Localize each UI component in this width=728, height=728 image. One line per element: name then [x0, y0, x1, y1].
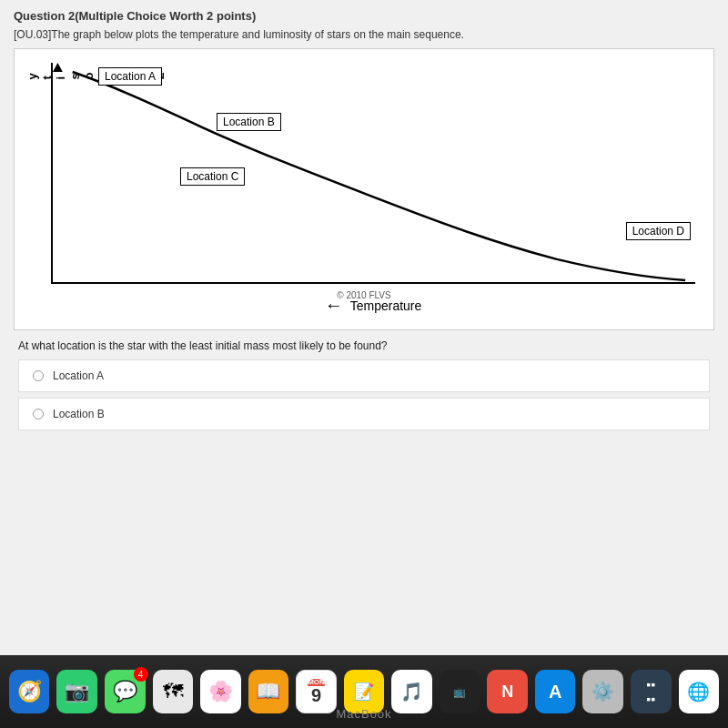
dock-maps[interactable]: 🗺 — [153, 670, 194, 713]
location-d-label: Location D — [626, 222, 691, 240]
location-c-label: Location C — [180, 167, 245, 186]
dock-messages[interactable]: 💬 4 — [105, 670, 146, 713]
content-area: Question 2(Multiple Choice Worth 2 point… — [0, 0, 728, 655]
radio-b[interactable] — [33, 409, 44, 420]
answer-option-a[interactable]: Location A — [18, 359, 710, 392]
dock-itunes[interactable]: 🎵 — [391, 670, 432, 713]
location-a-label: Location A — [98, 67, 162, 86]
dock-calendar[interactable]: MON 9 — [296, 670, 337, 713]
graph-plot: Location A Location B Location C Locatio… — [51, 63, 695, 284]
answer-section: Location A Location B — [14, 359, 714, 430]
svg-marker-0 — [53, 63, 63, 72]
question-prompt: At what location is the star with the le… — [14, 339, 714, 352]
copyright-text: © 2010 FLVS — [337, 290, 390, 300]
answer-option-b[interactable]: Location B — [18, 398, 710, 430]
dock: 🧭 📷 💬 4 🗺 🌸 📖 MON 9 📝 🎵 📺 N A ⚙️ ▪▪▪▪ 🌐 … — [0, 655, 728, 728]
dock-photos[interactable]: 🌸 — [200, 670, 241, 713]
location-b-label: Location B — [217, 113, 281, 131]
messages-badge: 4 — [134, 667, 148, 682]
dock-appletv[interactable]: 📺 — [440, 670, 480, 713]
dock-appstore[interactable]: A — [535, 670, 576, 713]
dock-facetime[interactable]: 📷 — [56, 670, 97, 713]
answer-a-label: Location A — [53, 369, 104, 382]
graph-container: Luminosity Location A Location B — [14, 48, 714, 330]
main-sequence-curve — [53, 63, 695, 282]
dock-chrome[interactable]: 🌐 — [679, 670, 720, 713]
dock-system-preferences[interactable]: ⚙️ — [582, 670, 623, 713]
dock-squares[interactable]: ▪▪▪▪ — [631, 670, 672, 713]
answer-b-label: Location B — [53, 408, 105, 420]
radio-a[interactable] — [33, 370, 44, 381]
macbook-label: MacBook — [336, 707, 391, 721]
question-header: Question 2(Multiple Choice Worth 2 point… — [14, 9, 714, 23]
dock-safari[interactable]: 🧭 — [9, 670, 50, 713]
dock-news[interactable]: N — [487, 670, 528, 713]
dock-books[interactable]: 📖 — [248, 670, 289, 713]
graph-area: Luminosity Location A Location B — [24, 58, 704, 320]
question-description: [OU.03]The graph below plots the tempera… — [14, 28, 714, 41]
screen: Question 2(Multiple Choice Worth 2 point… — [0, 0, 728, 728]
